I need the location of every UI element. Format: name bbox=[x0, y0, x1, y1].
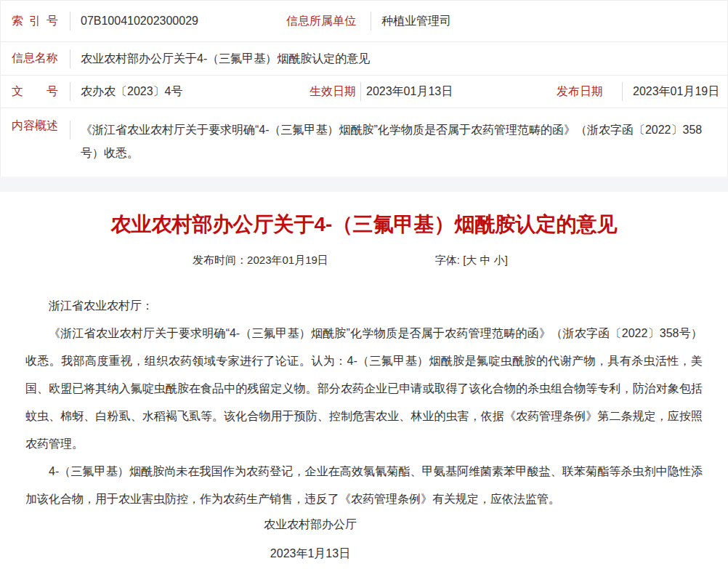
effective-date-label: 生效日期 bbox=[278, 84, 360, 100]
doc-number-value: 农办农〔2023〕4号 bbox=[70, 84, 278, 100]
signature-block: 农业农村部办公厅 2023年1月13日 bbox=[25, 514, 595, 564]
publish-date-label: 发布日期 bbox=[551, 84, 622, 100]
meta-row-title: 信息名称 农业农村部办公厅关于4-（三氟甲基）烟酰胺认定的意见 bbox=[1, 42, 727, 76]
doc-number-label: 文号 bbox=[1, 84, 70, 100]
publish-date-value: 2023年01月19日 bbox=[623, 84, 727, 100]
meta-row-docnumber: 文号 农办农〔2023〕4号 生效日期 2023年01月13日 发布日期 202… bbox=[1, 76, 727, 108]
publish-time: 发布时间：2023年01月19日 bbox=[193, 254, 328, 267]
index-number-value: 07B100410202300029 bbox=[70, 15, 278, 28]
info-unit-label: 信息所属单位 bbox=[278, 14, 371, 29]
effective-date-value: 2023年01月13日 bbox=[361, 84, 551, 100]
summary-value: 《浙江省农业农村厅关于要求明确“4-（三氟甲基）烟酰胺”化学物质是否属于农药管理… bbox=[70, 118, 727, 165]
font-size-label: 字体: bbox=[435, 254, 463, 266]
section-separator-band bbox=[0, 177, 728, 192]
info-name-value: 农业农村部办公厅关于4-（三氟甲基）烟酰胺认定的意见 bbox=[70, 47, 727, 70]
publish-info-row: 发布时间：2023年01月19日 字体: [大 中 小] bbox=[0, 254, 714, 267]
document-meta-table: 索引号 07B100410202300029 信息所属单位 种植业管理司 信息名… bbox=[0, 0, 728, 177]
article-body: 浙江省农业农村厅： 《浙江省农业农村厅关于要求明确“4-（三氟甲基）烟酰胺”化学… bbox=[0, 292, 728, 569]
font-size-switcher[interactable]: [大 中 小] bbox=[463, 254, 508, 266]
salutation: 浙江省农业农村厅： bbox=[25, 292, 703, 320]
index-number-label: 索引号 bbox=[1, 14, 70, 29]
info-unit-value: 种植业管理司 bbox=[371, 9, 727, 33]
font-size-control: 字体: [大 中 小] bbox=[435, 254, 508, 267]
info-name-label: 信息名称 bbox=[1, 51, 70, 66]
summary-label: 内容概述 bbox=[1, 118, 70, 134]
meta-row-summary: 内容概述 《浙江省农业农村厅关于要求明确“4-（三氟甲基）烟酰胺”化学物质是否属… bbox=[1, 108, 727, 177]
body-paragraph-2: 4-（三氟甲基）烟酰胺尚未在我国作为农药登记，企业在高效氯氰菊酯、甲氨基阿维菌素… bbox=[25, 458, 703, 513]
meta-row-index: 索引号 07B100410202300029 信息所属单位 种植业管理司 bbox=[1, 1, 727, 42]
signature-date: 2023年1月13日 bbox=[25, 544, 595, 564]
article-title: 农业农村部办公厅关于4-（三氟甲基）烟酰胺认定的意见 bbox=[0, 210, 728, 239]
signature-org: 农业农村部办公厅 bbox=[25, 514, 595, 535]
body-paragraph-1: 《浙江省农业农村厅关于要求明确“4-（三氟甲基）烟酰胺”化学物质是否属于农药管理… bbox=[25, 320, 703, 458]
document-detail-page: 索引号 07B100410202300029 信息所属单位 种植业管理司 信息名… bbox=[0, 0, 728, 569]
